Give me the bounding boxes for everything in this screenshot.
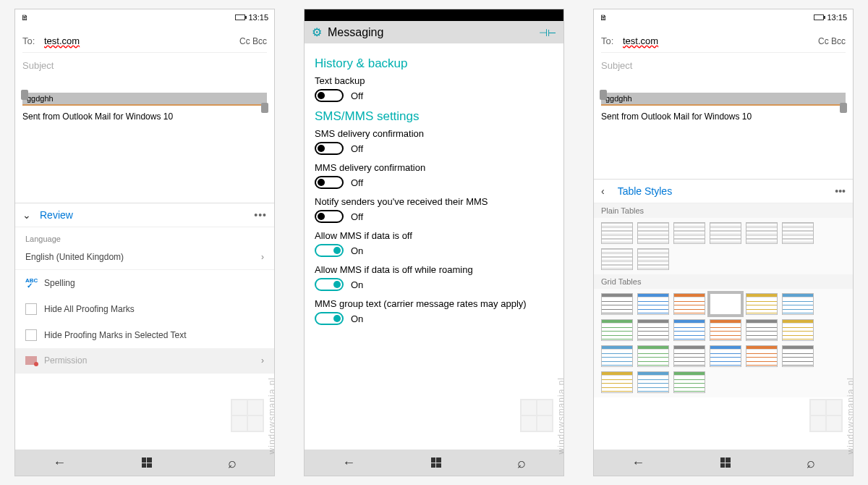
selection-handle-end[interactable] bbox=[261, 103, 268, 113]
table-style-thumb[interactable] bbox=[601, 222, 633, 244]
grid-tables-label: Grid Tables bbox=[594, 274, 853, 289]
table-style-thumb[interactable] bbox=[782, 222, 814, 244]
doc-icon: 🗎 bbox=[21, 13, 29, 22]
signature: Sent from Outlook Mail for Windows 10 bbox=[22, 111, 267, 122]
table-style-thumb[interactable] bbox=[601, 293, 633, 315]
toggle-row: Notify senders you've received their MMS… bbox=[315, 196, 553, 223]
review-title: Review bbox=[40, 209, 73, 221]
selected-text[interactable]: ggdghh bbox=[22, 93, 267, 106]
table-style-thumb[interactable] bbox=[637, 345, 669, 367]
search-button[interactable] bbox=[517, 455, 526, 471]
toggle-label: Notify senders you've received their MMS bbox=[315, 196, 553, 207]
to-row[interactable]: To: test.com Cc Bcc bbox=[601, 30, 846, 53]
permission-row[interactable]: Permission › bbox=[15, 348, 274, 374]
toggle-state: Off bbox=[351, 143, 363, 154]
table-style-thumb[interactable] bbox=[673, 345, 705, 367]
table-style-thumb[interactable] bbox=[637, 319, 669, 341]
cc-bcc-link[interactable]: Cc Bcc bbox=[818, 36, 846, 46]
toggle-state: On bbox=[351, 245, 363, 256]
table-style-thumb[interactable] bbox=[746, 319, 778, 341]
table-style-thumb[interactable] bbox=[601, 248, 633, 270]
pin-icon[interactable]: ⊣⊢ bbox=[539, 27, 556, 38]
table-style-thumb[interactable] bbox=[637, 222, 669, 244]
table-style-thumb[interactable] bbox=[710, 293, 741, 315]
status-bar: 🗎 13:15 bbox=[15, 9, 274, 25]
table-style-thumb[interactable] bbox=[637, 293, 669, 315]
toggle-label: MMS delivery confirmation bbox=[315, 162, 553, 173]
toggle-switch[interactable] bbox=[315, 312, 344, 325]
toggle-switch[interactable] bbox=[315, 89, 344, 102]
table-style-thumb[interactable] bbox=[782, 293, 814, 315]
table-style-thumb[interactable] bbox=[673, 293, 705, 315]
more-icon[interactable]: ••• bbox=[254, 209, 267, 221]
subject-input[interactable]: Subject bbox=[601, 53, 846, 78]
toggle-switch[interactable] bbox=[315, 244, 344, 257]
table-style-thumb[interactable] bbox=[673, 319, 705, 341]
subject-input[interactable]: Subject bbox=[22, 53, 267, 78]
selection-handle-start[interactable] bbox=[600, 90, 607, 100]
selection-handle-end[interactable] bbox=[840, 103, 847, 113]
table-style-thumb[interactable] bbox=[710, 319, 741, 341]
table-style-thumb[interactable] bbox=[601, 371, 633, 393]
hide-all-proofing-row[interactable]: Hide All Proofing Marks bbox=[15, 296, 274, 322]
to-value[interactable]: test.com bbox=[44, 35, 239, 46]
table-style-thumb[interactable] bbox=[746, 345, 778, 367]
back-button[interactable] bbox=[342, 455, 355, 471]
table-style-thumb[interactable] bbox=[782, 345, 814, 367]
back-button[interactable] bbox=[631, 455, 644, 471]
back-button[interactable] bbox=[53, 455, 66, 471]
table-style-thumb[interactable] bbox=[637, 248, 669, 270]
spelling-icon: ABC bbox=[25, 277, 37, 289]
table-style-thumb[interactable] bbox=[746, 293, 778, 315]
back-icon[interactable]: ‹ bbox=[601, 185, 605, 197]
toggle-row: Allow MMS if data is offOn bbox=[315, 230, 553, 257]
doc-icon: 🗎 bbox=[600, 13, 608, 22]
table-style-thumb[interactable] bbox=[782, 319, 814, 341]
start-button[interactable] bbox=[142, 457, 152, 468]
toggle-switch[interactable] bbox=[315, 278, 344, 291]
table-style-thumb[interactable] bbox=[710, 345, 741, 367]
toggle-row: MMS group text (carrier message rates ma… bbox=[315, 298, 553, 325]
table-style-thumb[interactable] bbox=[710, 222, 741, 244]
toggle-label: MMS group text (carrier message rates ma… bbox=[315, 298, 553, 309]
toggle-switch[interactable] bbox=[315, 210, 344, 223]
toggle-row: SMS delivery confirmationOff bbox=[315, 128, 553, 155]
table-style-thumb[interactable] bbox=[601, 319, 633, 341]
watermark: windowsmania.pl bbox=[231, 377, 275, 454]
table-style-thumb[interactable] bbox=[673, 222, 705, 244]
language-row[interactable]: English (United Kingdom) › bbox=[15, 245, 274, 270]
message-body[interactable]: ggdghh Sent from Outlook Mail for Window… bbox=[601, 93, 846, 122]
table-style-thumb[interactable] bbox=[637, 371, 669, 393]
selection-handle-start[interactable] bbox=[21, 90, 28, 100]
toggle-switch[interactable] bbox=[315, 176, 344, 189]
checkbox[interactable] bbox=[25, 303, 37, 315]
toggle-row: Text backupOff bbox=[315, 75, 553, 102]
table-style-thumb[interactable] bbox=[601, 345, 633, 367]
to-row[interactable]: To: test.com Cc Bcc bbox=[22, 30, 267, 53]
compose-area: To: test.com Cc Bcc Subject ggdghh Sent … bbox=[594, 25, 853, 126]
table-style-thumb[interactable] bbox=[673, 371, 705, 393]
hide-selected-proofing-row[interactable]: Hide Proofing Marks in Selected Text bbox=[15, 322, 274, 348]
search-button[interactable] bbox=[807, 455, 815, 471]
review-header[interactable]: ⌄ Review ••• bbox=[15, 203, 274, 227]
start-button[interactable] bbox=[431, 457, 441, 468]
status-time: 13:15 bbox=[827, 13, 847, 22]
gear-icon: ⚙ bbox=[312, 25, 322, 39]
spelling-row[interactable]: ABC Spelling bbox=[15, 270, 274, 296]
toggle-switch[interactable] bbox=[315, 142, 344, 155]
table-styles-title: Table Styles bbox=[618, 185, 672, 197]
to-value[interactable]: test.com bbox=[623, 35, 818, 46]
search-button[interactable] bbox=[228, 455, 237, 471]
more-icon[interactable]: ••• bbox=[835, 185, 846, 197]
toggle-label: Text backup bbox=[315, 75, 553, 86]
selected-text[interactable]: ggdghh bbox=[601, 93, 846, 106]
start-button[interactable] bbox=[720, 457, 731, 468]
language-label: Language bbox=[15, 227, 274, 245]
toggle-label: Allow MMS if data is off bbox=[315, 230, 553, 241]
table-styles-header[interactable]: ‹ Table Styles ••• bbox=[594, 179, 853, 203]
checkbox[interactable] bbox=[25, 329, 37, 341]
cc-bcc-link[interactable]: Cc Bcc bbox=[239, 36, 267, 46]
message-body[interactable]: ggdghh Sent from Outlook Mail for Window… bbox=[22, 93, 267, 122]
toggle-state: On bbox=[351, 313, 363, 324]
table-style-thumb[interactable] bbox=[746, 222, 778, 244]
